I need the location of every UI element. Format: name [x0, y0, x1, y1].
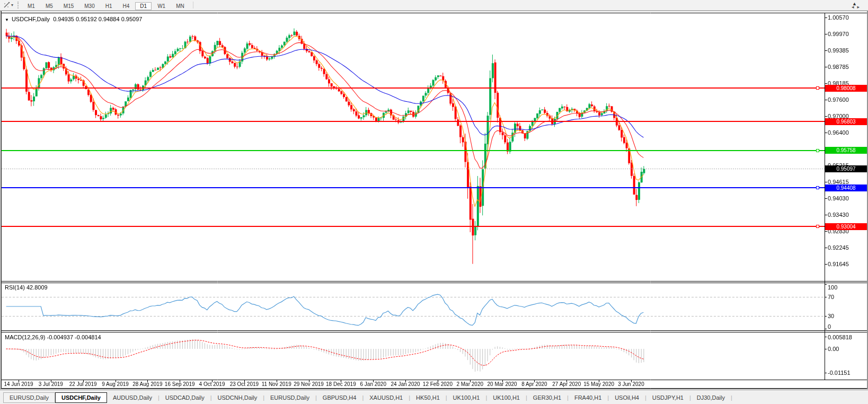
price-axis-label: 0.94030: [828, 195, 849, 201]
price-axis-label: 1.00570: [828, 14, 849, 21]
price-axis-label: 0.93430: [828, 212, 849, 218]
chart-ohlc-values: 0.94935 0.95192 0.94884 0.95097: [53, 16, 142, 22]
price-line-badge[interactable]: 0.94408: [825, 185, 867, 191]
price-axis-label: 0.99970: [828, 31, 849, 37]
current-price-badge: 0.95097: [825, 165, 867, 172]
date-axis-label: 15 May 2020: [583, 381, 614, 387]
price-line-badge[interactable]: 0.95758: [825, 147, 867, 154]
date-axis-label: 22 Jul 2019: [69, 381, 97, 387]
timeframe-button-m1[interactable]: M1: [23, 2, 40, 10]
date-axis-label: 20 Mar 2020: [488, 381, 517, 387]
timeframe-button-w1[interactable]: W1: [153, 2, 170, 10]
chart-symbol-label: USDCHF,Daily: [12, 16, 50, 22]
chart-canvas[interactable]: [0, 0, 868, 404]
chart-tab-fra40-h1[interactable]: FRA40,H1: [569, 393, 607, 402]
toolbar-separator: [193, 2, 193, 8]
tab-scroll-arrows[interactable]: ◂▸: [852, 4, 863, 10]
timeframe-button-h1[interactable]: H1: [101, 2, 117, 10]
date-axis-label: 14 Jun 2019: [4, 381, 33, 387]
chart-tab-usdchf-daily[interactable]: USDCHF,Daily: [55, 392, 107, 403]
chart-tabs: EURUSD,DailyUSDCHF,DailyAUDUSD,Daily|USD…: [0, 392, 732, 403]
date-axis-label: 12 Feb 2020: [423, 381, 453, 387]
chart-tab-audusd-daily[interactable]: AUDUSD,Daily: [107, 393, 158, 402]
timeframe-button-m30[interactable]: M30: [79, 2, 99, 10]
rsi-indicator-label: RSI(14) 42.8009: [5, 284, 48, 291]
price-axis-label: 0.92245: [828, 244, 849, 251]
rsi-axis-label: 70: [828, 294, 834, 300]
chart-tab-eurusd-daily[interactable]: EURUSD,Daily: [3, 392, 55, 403]
chart-tab-gbpusd-h4[interactable]: GBPUSD,H4: [317, 393, 362, 402]
price-axis-label: 0.98785: [828, 64, 849, 70]
terminal-window: ▾ M1M5M15M30H1H4D1W1MN ▲ ▼USDCHF,Daily 0…: [0, 0, 868, 404]
macd-axis-label: -0.01151: [828, 370, 851, 376]
date-axis-label: 29 Nov 2019: [294, 381, 324, 387]
chart-tab-uk100-h1[interactable]: UK100,H1: [447, 393, 486, 402]
macd-axis-label: 0.00: [828, 346, 839, 352]
timeframe-buttons: M1M5M15M30H1H4D1W1MN: [22, 1, 190, 10]
chart-tab-usdcnh-daily[interactable]: USDCNH,Daily: [212, 393, 263, 402]
tab-separator: |: [731, 394, 732, 401]
price-axis-label: 0.99385: [828, 47, 849, 54]
chart-tab-xauusd-h1[interactable]: XAUUSD,H1: [364, 393, 409, 402]
chart-tab-ger30-h1[interactable]: GER30,H1: [527, 393, 567, 402]
date-axis-label: 9 Aug 2019: [102, 381, 129, 387]
tab-scroll-left-icon[interactable]: ◂: [852, 4, 857, 10]
price-axis-label: 0.97600: [828, 96, 849, 103]
timeframe-button-m15[interactable]: M15: [59, 2, 78, 10]
price-line-badge[interactable]: 0.98008: [825, 85, 867, 92]
timeframe-button-h4[interactable]: H4: [118, 2, 135, 10]
chart-tab-usoil-h4[interactable]: USOil,H4: [609, 393, 645, 402]
date-axis-label: 23 Oct 2019: [230, 381, 259, 387]
cursor-tool-dropdown-icon[interactable]: ▾: [11, 3, 13, 7]
price-axis-label: 0.96400: [828, 129, 849, 136]
price-axis-label: 0.91645: [828, 261, 849, 267]
symbol-dropdown-icon[interactable]: ▼: [5, 17, 9, 22]
date-axis-label: 11 Nov 2019: [262, 381, 291, 387]
price-line-badge[interactable]: 0.93004: [825, 223, 867, 230]
rsi-axis-label: 30: [828, 313, 834, 319]
toolbar-gripper: [17, 2, 19, 8]
chart-tab-dj30-daily[interactable]: DJ30,Daily: [691, 393, 731, 402]
date-axis-label: 28 Aug 2019: [132, 381, 162, 387]
price-line-badge[interactable]: 0.96803: [825, 118, 867, 125]
macd-axis-label: 0.005818: [828, 334, 852, 340]
date-axis-label: 3 Jun 2020: [618, 381, 644, 387]
date-axis-label: 6 Jan 2020: [360, 381, 386, 387]
timeframe-toolbar: ▾ M1M5M15M30H1H4D1W1MN: [0, 0, 868, 11]
timeframe-button-mn[interactable]: MN: [171, 2, 189, 10]
date-axis-label: 4 Oct 2019: [199, 381, 225, 387]
chart-title: ▼USDCHF,Daily 0.94935 0.95192 0.94884 0.…: [5, 16, 142, 22]
chart-tab-usdcad-daily[interactable]: USDCAD,Daily: [160, 393, 210, 402]
cursor-tool-icon[interactable]: [2, 1, 11, 9]
chart-tab-usdjpy-h1[interactable]: USDJPY,H1: [646, 393, 689, 402]
date-axis-label: 27 Apr 2020: [552, 381, 581, 387]
date-axis-label: 24 Jan 2020: [391, 381, 420, 387]
rsi-axis-label: 0: [828, 323, 831, 330]
timeframe-button-m5[interactable]: M5: [41, 2, 58, 10]
chart-tab-hk50-h1[interactable]: HK50,H1: [410, 393, 446, 402]
tab-scroll-right-icon[interactable]: ▸: [857, 4, 863, 10]
chart-tab-eurusd-daily[interactable]: EURUSD,Daily: [264, 393, 315, 402]
timeframe-button-d1[interactable]: D1: [135, 2, 152, 10]
rsi-axis-label: 100: [828, 284, 837, 291]
date-axis-label: 2 Mar 2020: [456, 381, 483, 387]
date-axis-label: 8 Apr 2020: [521, 381, 547, 387]
macd-indicator-label: MACD(12,26,9) -0.004937 -0.004814: [5, 334, 101, 340]
date-axis-label: 16 Sep 2019: [165, 381, 195, 387]
chart-tab-bar: EURUSD,DailyUSDCHF,DailyAUDUSD,Daily|USD…: [0, 390, 868, 404]
date-axis-label: 18 Dec 2019: [326, 381, 356, 387]
date-axis-label: 3 Jul 2019: [39, 381, 63, 387]
chart-tab-uk100-h1[interactable]: UK100,H1: [487, 393, 526, 402]
